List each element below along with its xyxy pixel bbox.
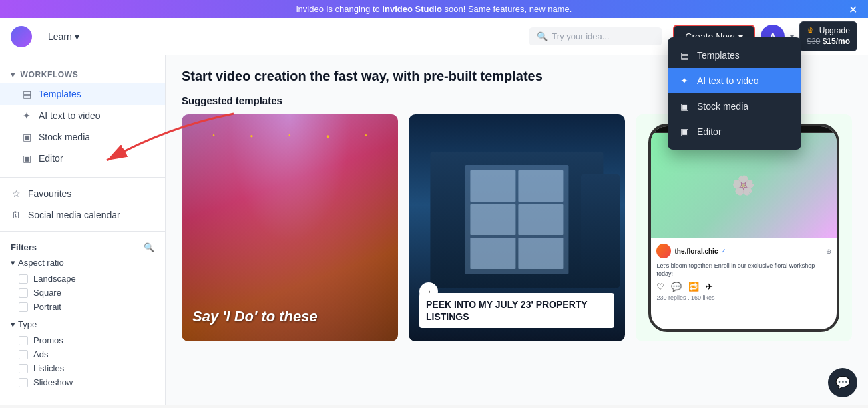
crown-icon: ♛ [807, 26, 814, 35]
aspect-ratio-toggle[interactable]: ▾ Aspect ratio [11, 258, 154, 268]
sidebar-item-templates[interactable]: ▤ Templates [0, 83, 165, 105]
sidebar-item-favourites[interactable]: ☆ Favourites [0, 183, 165, 204]
post-stats: 230 replies . 160 likes [656, 294, 831, 301]
sidebar-item-ai-text-to-video[interactable]: ✦ AI text to video [0, 105, 165, 126]
phone-screen: 🌸 the.floral.chic ✓ ⊕ Let's bloom to [651, 126, 836, 330]
property-caption: PEEK INTO MY JULY 23' PROPERTY LISTINGS [419, 293, 614, 328]
templates-icon: ▤ [21, 89, 32, 99]
threads-icon: ⊕ [826, 248, 831, 255]
logo[interactable] [11, 26, 32, 47]
heart-icon: ♡ [656, 282, 664, 292]
filters-header: Filters 🔍 [11, 242, 154, 252]
star-icon: ☆ [11, 188, 21, 199]
create-new-dropdown: ▤ Templates ✦ AI text to video ▣ Stock m… [668, 37, 801, 150]
phone-frame: 🌸 the.floral.chic ✓ ⊕ Let's bloom to [648, 124, 839, 333]
editor-icon: ▣ [678, 126, 690, 138]
sidebar-divider-2 [0, 231, 165, 232]
comment-icon: 💬 [671, 282, 682, 292]
ads-checkbox[interactable] [19, 350, 28, 359]
card-title: Say 'I Do' to these [192, 308, 387, 325]
learn-menu[interactable]: Learn ▾ [48, 31, 79, 42]
card-overlay: ● ● ● ● ● Say 'I Do' to these [182, 114, 398, 341]
type-toggle[interactable]: ▾ Type [11, 319, 154, 329]
sidebar-divider [0, 177, 165, 178]
listicles-checkbox[interactable] [19, 364, 28, 373]
workflows-section: ▾ Workflows ▤ Templates ✦ AI text to vid… [0, 63, 165, 172]
calendar-icon: 🗓 [11, 210, 21, 220]
post-profile-row: the.floral.chic ✓ ⊕ [656, 244, 831, 258]
search-icon: 🔍 [537, 31, 548, 41]
chevron-down-icon: ▾ [11, 319, 15, 329]
portrait-checkbox[interactable] [19, 302, 28, 312]
logo-icon [11, 26, 32, 47]
learn-label: Learn [48, 31, 72, 42]
workflows-header[interactable]: ▾ Workflows [0, 66, 165, 83]
filter-option-portrait[interactable]: Portrait [11, 300, 154, 314]
profile-avatar [656, 244, 671, 258]
filter-option-listicles[interactable]: Listicles [11, 361, 154, 375]
chevron-down-icon: ▾ [11, 258, 15, 268]
sidebar-item-stock-media[interactable]: ▣ Stock media [0, 126, 165, 148]
chat-icon: 💬 [835, 375, 850, 390]
search-placeholder: Try your idea... [552, 31, 609, 41]
card-overlay-2: ♪ PEEK INTO MY JULY 23' PROPERTY LISTING… [409, 114, 625, 341]
building-right [581, 174, 620, 288]
card-title-2: PEEK INTO MY JULY 23' PROPERTY LISTINGS [426, 298, 608, 323]
search-bar[interactable]: 🔍 Try your idea... [529, 27, 662, 45]
flower-icon: 🌸 [732, 174, 755, 196]
upgrade-button[interactable]: ♛ Upgrade $30 $15/mo [799, 21, 857, 51]
filter-option-promos[interactable]: Promos [11, 333, 154, 347]
stock-media-icon: ▣ [678, 100, 690, 112]
ai-icon: ✦ [678, 75, 690, 87]
aspect-ratio-filter: ▾ Aspect ratio Landscape Square Portrait [11, 258, 154, 314]
dropdown-item-stock-media[interactable]: ▣ Stock media [668, 93, 801, 119]
post-caption: Let's bloom together! Enroll in our excl… [656, 262, 831, 278]
dropdown-item-ai-text-to-video[interactable]: ✦ AI text to video [668, 68, 801, 93]
building-windows [465, 165, 569, 274]
landscape-checkbox[interactable] [19, 274, 28, 284]
chevron-down-icon: ▾ [11, 70, 15, 79]
sidebar-item-social-media-calendar[interactable]: 🗓 Social media calendar [0, 204, 165, 226]
lights-decoration: ● ● ● ● ● [195, 133, 385, 140]
chat-button[interactable]: 💬 [828, 368, 857, 397]
repost-icon: 🔁 [688, 282, 699, 292]
chevron-down-icon: ▾ [75, 31, 79, 42]
filter-option-landscape[interactable]: Landscape [11, 272, 154, 286]
dropdown-item-editor[interactable]: ▣ Editor [668, 119, 801, 144]
dropdown-item-templates[interactable]: ▤ Templates [668, 43, 801, 68]
verified-icon: ✓ [721, 248, 726, 254]
templates-icon: ▤ [678, 49, 690, 61]
card-text-container: Say 'I Do' to these [192, 308, 387, 331]
stock-media-icon: ▣ [21, 132, 32, 142]
share-icon: ✈ [706, 282, 713, 292]
banner-text: invideo is changing to invideo Studio so… [296, 4, 572, 14]
filter-option-slideshow[interactable]: Slideshow [11, 375, 154, 389]
template-card-wedding[interactable]: ● ● ● ● ● Say 'I Do' to these [182, 114, 398, 341]
post-content: the.floral.chic ✓ ⊕ Let's bloom together… [651, 238, 836, 307]
sidebar-item-editor[interactable]: ▣ Editor [0, 148, 165, 169]
editor-icon: ▣ [21, 153, 32, 164]
building [430, 152, 603, 288]
type-filter: ▾ Type Promos Ads Listicles Slides [11, 319, 154, 389]
username: the.floral.chic [674, 248, 718, 255]
filter-option-square[interactable]: Square [11, 286, 154, 300]
slideshow-checkbox[interactable] [19, 378, 28, 387]
template-card-property[interactable]: ♪ PEEK INTO MY JULY 23' PROPERTY LISTING… [409, 114, 625, 341]
banner-close-button[interactable]: ✕ [849, 3, 857, 15]
filter-option-ads[interactable]: Ads [11, 347, 154, 361]
card-image: ● ● ● ● ● [195, 128, 385, 328]
post-actions: ♡ 💬 🔁 ✈ [656, 282, 831, 292]
filters-section: Filters 🔍 ▾ Aspect ratio Landscape Squar… [0, 237, 165, 400]
ai-icon: ✦ [21, 110, 32, 121]
promos-checkbox[interactable] [19, 336, 28, 345]
announcement-banner: invideo is changing to invideo Studio so… [0, 0, 868, 18]
sidebar: ▾ Workflows ▤ Templates ✦ AI text to vid… [0, 55, 166, 405]
square-checkbox[interactable] [19, 288, 28, 298]
search-icon[interactable]: 🔍 [144, 242, 154, 252]
